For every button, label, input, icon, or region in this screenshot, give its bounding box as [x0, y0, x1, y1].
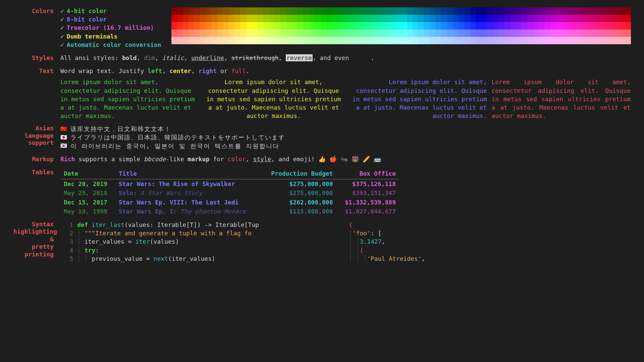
- feature-text: 4-bit color: [67, 7, 107, 15]
- style-italic: italic: [162, 54, 184, 61]
- feature-autoconv: ✓ Automatic color conversion: [60, 41, 161, 49]
- table-row: Dec 20, 2019Star Wars: The Rise of Skywa…: [60, 179, 399, 189]
- movies-table: Date Title Production Budget Box Office …: [60, 168, 399, 216]
- justify-full: full: [231, 67, 246, 74]
- markup-color: color: [228, 156, 246, 163]
- syntax-section: Syntaxhighlighting&prettyprinting 1 def …: [13, 221, 631, 263]
- colors-section: Colors ✓ 4-bit color ✓ 8-bit color ✓ Tru…: [13, 7, 631, 49]
- style-bold: bold: [122, 54, 137, 61]
- code-line: 4 │ try:: [60, 246, 342, 254]
- check-icon: ✓: [60, 15, 64, 23]
- flag-cn-icon: 🇨🇳: [60, 125, 67, 133]
- syntax-content: 1 def iter_last(values: Iterable[T]) -> …: [60, 221, 631, 263]
- code-line: │ │ 3.1427,: [349, 237, 631, 246]
- line-number: 2: [60, 229, 77, 237]
- code-line: │ │ │ 'Paul Atreides',: [349, 254, 631, 263]
- code-line: 3 │ iter_values = iter(values): [60, 237, 342, 246]
- lorem-full: Lorem ipsum dolor sit amet, consectetur …: [492, 78, 631, 120]
- text-label: Text: [13, 67, 60, 75]
- line-number: 5: [60, 254, 77, 263]
- asian-section: Asianlanguagesupport 🇨🇳该库支持中文，日文和韩文文本！ 🇯…: [13, 125, 631, 150]
- th-budget: Production Budget: [262, 168, 336, 179]
- text-dot: .: [246, 67, 250, 74]
- colors-content: ✓ 4-bit color ✓ 8-bit color ✓ Truecolor …: [60, 7, 631, 49]
- styles-prefix: All ansi styles:: [60, 54, 122, 61]
- lorem-grid: Lorem ipsum dolor sit amet, consectetur …: [60, 78, 631, 120]
- feature-8bit: ✓ 8-bit color: [60, 15, 161, 23]
- styles-content: All ansi styles: bold, dim, italic, unde…: [60, 54, 631, 62]
- markup-text: for: [209, 156, 227, 163]
- code-line: 2 │ """Iterate and generate a tuple with…: [60, 229, 342, 237]
- line-number: 1: [60, 221, 77, 229]
- style-underline: underline: [191, 54, 224, 61]
- code-python: 1 def iter_last(values: Iterable[T]) -> …: [60, 221, 342, 263]
- markup-style: style: [253, 156, 271, 163]
- feature-text: Dumb terminals: [67, 32, 118, 41]
- feature-text: 8-bit color: [67, 15, 107, 23]
- table-row: May 25, 2018Solo: A Star Wars Story$275,…: [60, 188, 399, 197]
- tables-section: Tables Date Title Production Budget Box …: [13, 168, 631, 216]
- code-pretty: { │ 'foo': [ │ │ 3.1427, │ │ ( │ │ │ 'Pa…: [349, 221, 631, 263]
- feature-text: Truecolor (16.7 million): [67, 23, 154, 32]
- code-line: {: [349, 221, 631, 229]
- styles-dot: .: [371, 54, 374, 61]
- check-icon: ✓: [60, 7, 64, 15]
- markup-markup: markup: [187, 156, 209, 163]
- th-box: Box Office: [336, 168, 399, 179]
- tables-label: Tables: [13, 168, 60, 176]
- styles-label: Styles: [13, 54, 60, 62]
- th-title: Title: [115, 168, 262, 179]
- markup-section: Markup Rich supports a simple bbcode-lik…: [13, 155, 631, 163]
- asian-kr-text: 이 라이브러리는 중국어, 일본어 및 한국어 텍스트를 지원합니다: [70, 142, 279, 150]
- syntax-label: Syntaxhighlighting&prettyprinting: [13, 221, 60, 258]
- lorem-left: Lorem ipsum dolor sit amet, consectetur …: [60, 78, 200, 120]
- check-icon: ✓: [60, 32, 64, 41]
- style-strike: strikethrough: [231, 54, 278, 61]
- check-icon: ✓: [60, 41, 64, 49]
- text-or: or: [217, 67, 231, 74]
- text-prefix: Word wrap text. Justify: [60, 67, 148, 74]
- code-line: │ 'foo': [: [349, 229, 631, 237]
- markup-rich: Rich: [60, 156, 75, 163]
- asian-content: 🇨🇳该库支持中文，日文和韩文文本！ 🇯🇵ライブラリは中国語、日本語、韓国語のテキ…: [60, 125, 631, 150]
- code-line: 5 │ │ previous_value = next(iter_values): [60, 254, 342, 263]
- markup-content: Rich supports a simple bbcode-like marku…: [60, 155, 631, 163]
- tables-content: Date Title Production Budget Box Office …: [60, 168, 631, 216]
- asian-label: Asianlanguagesupport: [13, 125, 60, 146]
- feature-text: Automatic color conversion: [67, 41, 161, 49]
- th-date: Date: [60, 168, 115, 179]
- table-row: May 19, 1999Star Wars Ep. I: The phantom…: [60, 207, 399, 216]
- asian-jp: 🇯🇵ライブラリは中国語、日本語、韓国語のテキストをサポートしています: [60, 133, 631, 141]
- lorem-center: Lorem ipsum dolor sit amet, consectetur …: [204, 78, 343, 120]
- asian-cn: 🇨🇳该库支持中文，日文和韩文文本！: [60, 125, 631, 133]
- text-content: Word wrap text. Justify left, center, ri…: [60, 67, 631, 120]
- justify-left: left: [148, 67, 162, 74]
- line-number: 4: [60, 246, 77, 254]
- markup-text: supports a simple: [75, 156, 144, 163]
- markup-label: Markup: [13, 155, 60, 163]
- asian-kr: 🇰🇷이 라이브러리는 중국어, 일본어 및 한국어 텍스트를 지원합니다: [60, 142, 631, 150]
- justify-right: right: [199, 67, 217, 74]
- code-line: 1 def iter_last(values: Iterable[T]) -> …: [60, 221, 342, 229]
- style-reverse: reverse: [286, 54, 313, 61]
- colors-label: Colors: [13, 7, 60, 15]
- styles-tail: , and even: [313, 54, 353, 61]
- feature-dumb: ✓ Dumb terminals: [60, 32, 161, 41]
- feature-4bit: ✓ 4-bit color: [60, 7, 161, 15]
- style-dim: dim: [144, 54, 155, 61]
- line-number: 3: [60, 237, 77, 246]
- lorem-right: Lorem ipsum dolor sit amet, consectetur …: [348, 78, 487, 120]
- code-line: │ │ (: [349, 246, 631, 254]
- table-row: Dec 15, 2017Star Wars Ep. VIII: The Last…: [60, 198, 399, 207]
- markup-tail: , and emoji! 👍 🍎 🐜 🐻 🥖 🚌: [271, 156, 381, 163]
- markup-bbcode: bbcode: [144, 156, 166, 163]
- check-icon: ✓: [60, 23, 64, 32]
- markup-text: -like: [166, 156, 187, 163]
- styles-section: Styles All ansi styles: bold, dim, itali…: [13, 54, 631, 62]
- text-section: Text Word wrap text. Justify left, cente…: [13, 67, 631, 120]
- flag-jp-icon: 🇯🇵: [60, 134, 67, 141]
- asian-jp-text: ライブラリは中国語、日本語、韓国語のテキストをサポートしています: [70, 133, 285, 141]
- markup-comma: ,: [246, 156, 253, 163]
- justify-center: center: [169, 67, 191, 74]
- feature-truecolor: ✓ Truecolor (16.7 million): [60, 23, 161, 32]
